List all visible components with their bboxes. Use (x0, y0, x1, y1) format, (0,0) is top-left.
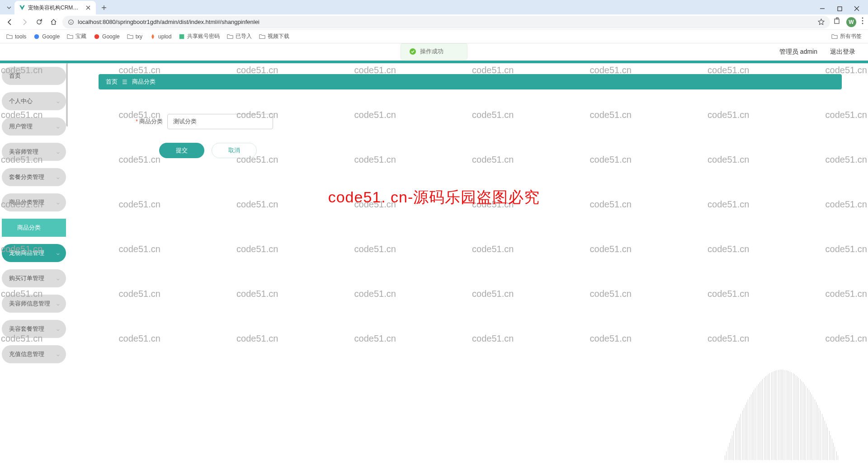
chevron-down-icon: ⌵ (57, 276, 60, 281)
svg-point-8 (94, 34, 99, 39)
browser-tab-strip: 宠物美容机构CRM系统设计与 (0, 0, 868, 14)
browser-tab[interactable]: 宠物美容机构CRM系统设计与 (14, 1, 96, 14)
bookmarks-bar: tools Google 宝藏 Google txy uplod 共享账号密码 … (0, 30, 868, 43)
chevron-down-icon: ⌵ (57, 200, 60, 206)
sidebar-item-label: 商品分类 (17, 224, 41, 232)
close-window-icon[interactable] (854, 5, 860, 12)
sidebar-item-label: 商品分类管理 (9, 198, 44, 206)
tab-list-button[interactable] (4, 2, 14, 13)
sidebar-item-8[interactable]: 购买订单管理⌵ (2, 269, 66, 287)
svg-rect-2 (835, 19, 839, 23)
sidebar-item-10[interactable]: 美容套餐管理⌵ (2, 320, 66, 338)
bookmark-item[interactable]: tools (6, 33, 26, 40)
current-user[interactable]: 管理员 admin (779, 48, 817, 56)
chevron-down-icon: ⌵ (57, 250, 60, 256)
bookmark-item[interactable]: 视频下载 (259, 33, 289, 40)
close-icon[interactable] (85, 5, 91, 11)
sidebar-item-3[interactable]: 美容师管理⌵ (2, 143, 66, 161)
bookmark-item[interactable]: 宝藏 (67, 33, 86, 40)
form-label: *商品分类 (136, 117, 163, 126)
chevron-down-icon: ⌵ (57, 301, 60, 307)
sidebar-item-label: 用户管理 (9, 122, 33, 131)
url-text: localhost:8080/springbootr1gdh/admin/dis… (78, 19, 259, 25)
svg-point-7 (34, 34, 39, 39)
tab-title: 宠物美容机构CRM系统设计与 (28, 4, 82, 12)
required-asterisk: * (136, 118, 138, 125)
sidebar-item-label: 个人中心 (9, 97, 33, 105)
sidebar-item-label: 美容师信息管理 (9, 300, 50, 308)
submit-button[interactable]: 提交 (159, 143, 204, 158)
sidebar-item-5[interactable]: 商品分类管理⌵ (2, 193, 66, 211)
forward-button[interactable] (19, 17, 30, 28)
sidebar-item-label: 充值信息管理 (9, 350, 44, 358)
success-toast: 操作成功 (401, 43, 467, 60)
minimize-icon[interactable] (819, 5, 826, 12)
maximize-icon[interactable] (836, 5, 843, 12)
chevron-down-icon: ⌵ (57, 149, 60, 155)
profile-avatar[interactable]: W (846, 17, 856, 27)
chevron-down-icon: ⌵ (57, 352, 60, 357)
bookmark-item[interactable]: Google (94, 33, 120, 40)
logout-link[interactable]: 退出登录 (830, 48, 855, 56)
chevron-down-icon: ⌵ (57, 98, 60, 104)
all-bookmarks-button[interactable]: 所有书签 (831, 33, 862, 40)
star-icon[interactable] (818, 19, 825, 25)
sidebar-item-2[interactable]: 用户管理⌵ (2, 117, 66, 136)
category-input[interactable] (167, 114, 273, 129)
sidebar-item-0[interactable]: 首页 (2, 67, 66, 85)
home-button[interactable] (48, 17, 59, 28)
browser-toolbar: localhost:8080/springbootr1gdh/admin/dis… (0, 14, 868, 30)
main-content: 首页 ☰ 商品分类 *商品分类 提交 取消 (68, 63, 868, 469)
bookmark-item[interactable]: Google (33, 33, 60, 40)
sidebar-item-9[interactable]: 美容师信息管理⌵ (2, 295, 66, 313)
address-bar[interactable]: localhost:8080/springbootr1gdh/admin/dis… (62, 16, 830, 28)
vue-favicon-icon (19, 5, 25, 11)
sidebar: 首页个人中心⌵用户管理⌵美容师管理⌵套餐分类管理⌵商品分类管理⌵商品分类宠物商品… (0, 63, 68, 469)
bookmark-item[interactable]: txy (127, 33, 142, 40)
bookmark-item[interactable]: 共享账号密码 (179, 33, 220, 40)
chevron-down-icon: ⌵ (57, 326, 60, 332)
sidebar-item-label: 宠物商品管理 (9, 249, 44, 257)
bookmark-item[interactable]: uplod (150, 33, 171, 40)
check-circle-icon (409, 48, 416, 55)
sidebar-item-7[interactable]: 宠物商品管理⌵ (2, 244, 66, 262)
bookmark-item[interactable]: 已导入 (227, 33, 252, 40)
sidebar-item-11[interactable]: 充值信息管理⌵ (2, 345, 66, 363)
cancel-button[interactable]: 取消 (212, 143, 257, 158)
svg-point-5 (862, 20, 863, 21)
site-info-icon[interactable] (68, 19, 74, 25)
svg-point-4 (862, 17, 863, 19)
chevron-down-icon: ⌵ (57, 124, 60, 130)
sidebar-item-1[interactable]: 个人中心⌵ (2, 92, 66, 110)
app-root: code51.cncode51.cncode51.cncode51.cncode… (0, 43, 868, 469)
breadcrumb-sep-icon: ☰ (122, 79, 127, 85)
chevron-down-icon: ⌵ (57, 174, 60, 180)
sidebar-item-label: 首页 (9, 72, 21, 80)
sidebar-item-label: 套餐分类管理 (9, 173, 44, 181)
menu-icon[interactable] (862, 17, 863, 27)
svg-point-6 (862, 23, 863, 24)
svg-rect-0 (838, 7, 842, 11)
new-tab-button[interactable] (99, 2, 109, 13)
back-button[interactable] (5, 17, 15, 28)
sidebar-item-6[interactable]: 商品分类 (2, 219, 66, 237)
reload-button[interactable] (33, 17, 44, 28)
toast-text: 操作成功 (420, 47, 443, 56)
svg-rect-3 (836, 18, 838, 19)
breadcrumb-current: 商品分类 (132, 78, 156, 86)
breadcrumb: 首页 ☰ 商品分类 (99, 74, 842, 89)
sidebar-item-label: 购买订单管理 (9, 274, 44, 282)
breadcrumb-home[interactable]: 首页 (106, 78, 118, 86)
svg-rect-9 (179, 34, 184, 39)
form: *商品分类 提交 取消 (136, 114, 842, 158)
sidebar-item-4[interactable]: 套餐分类管理⌵ (2, 168, 66, 186)
sidebar-item-label: 美容师管理 (9, 148, 38, 156)
app-header: 操作成功 管理员 admin 退出登录 (0, 43, 868, 63)
extensions-icon[interactable] (834, 17, 841, 27)
sidebar-item-label: 美容套餐管理 (9, 325, 44, 333)
